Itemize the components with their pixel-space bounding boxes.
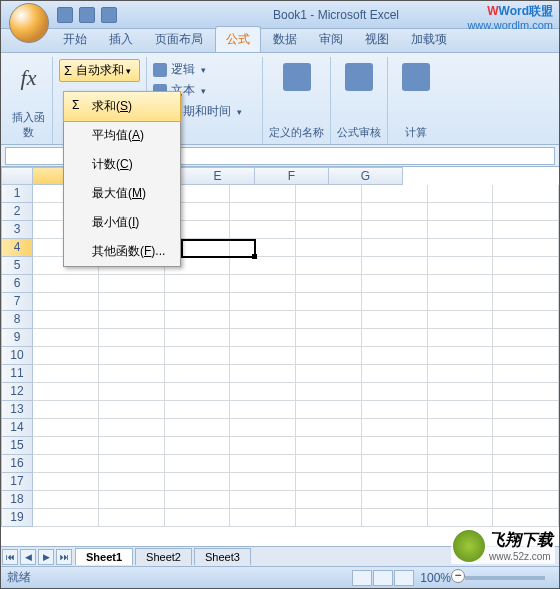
cell[interactable] — [99, 491, 165, 509]
col-header-G[interactable]: G — [329, 167, 403, 185]
cell[interactable] — [296, 419, 362, 437]
cell[interactable] — [165, 509, 231, 527]
row-header-7[interactable]: 7 — [1, 293, 33, 311]
cell[interactable] — [165, 365, 231, 383]
menu-item[interactable]: 平均值(A) — [64, 121, 180, 150]
cell[interactable] — [165, 491, 231, 509]
tab-插入[interactable]: 插入 — [99, 27, 143, 52]
cell[interactable] — [296, 275, 362, 293]
cell[interactable] — [296, 509, 362, 527]
cell[interactable] — [33, 509, 99, 527]
cell[interactable] — [165, 437, 231, 455]
cell[interactable] — [230, 491, 296, 509]
row-header-14[interactable]: 14 — [1, 419, 33, 437]
cell[interactable] — [428, 383, 494, 401]
redo-icon[interactable] — [101, 7, 117, 23]
cell[interactable] — [493, 401, 559, 419]
tab-加载项[interactable]: 加载项 — [401, 27, 457, 52]
nav-first[interactable]: ⏮ — [2, 549, 18, 565]
tab-页面布局[interactable]: 页面布局 — [145, 27, 213, 52]
nav-next[interactable]: ▶ — [38, 549, 54, 565]
cell[interactable] — [493, 293, 559, 311]
cell[interactable] — [33, 311, 99, 329]
zoom-level[interactable]: 100% — [420, 571, 451, 585]
sheet-tab-Sheet2[interactable]: Sheet2 — [135, 548, 192, 565]
calculation-button[interactable] — [394, 59, 438, 97]
cell[interactable] — [296, 491, 362, 509]
cell[interactable] — [99, 293, 165, 311]
col-header-E[interactable]: E — [181, 167, 255, 185]
row-header-1[interactable]: 1 — [1, 185, 33, 203]
view-pagebreak[interactable] — [394, 570, 414, 586]
cell[interactable] — [296, 473, 362, 491]
cell[interactable] — [165, 401, 231, 419]
row-header-11[interactable]: 11 — [1, 365, 33, 383]
cell[interactable] — [296, 365, 362, 383]
cell[interactable] — [428, 203, 494, 221]
cell[interactable] — [362, 203, 428, 221]
cell[interactable] — [33, 419, 99, 437]
cell[interactable] — [99, 383, 165, 401]
row-header-13[interactable]: 13 — [1, 401, 33, 419]
cell[interactable] — [362, 293, 428, 311]
cell[interactable] — [493, 419, 559, 437]
cell[interactable] — [296, 239, 362, 257]
cell[interactable] — [493, 329, 559, 347]
cell[interactable] — [362, 491, 428, 509]
cell[interactable] — [230, 437, 296, 455]
menu-item[interactable]: 最小值(I) — [64, 208, 180, 237]
cell[interactable] — [362, 311, 428, 329]
tab-开始[interactable]: 开始 — [53, 27, 97, 52]
autosum-button[interactable]: Σ 自动求和 ▾ — [59, 59, 140, 82]
row-header-4[interactable]: 4 — [1, 239, 33, 257]
cell[interactable] — [99, 437, 165, 455]
cell[interactable] — [230, 311, 296, 329]
cell[interactable] — [493, 437, 559, 455]
cell[interactable] — [428, 401, 494, 419]
cell[interactable] — [296, 383, 362, 401]
row-header-17[interactable]: 17 — [1, 473, 33, 491]
cell[interactable] — [362, 401, 428, 419]
cell[interactable] — [165, 329, 231, 347]
chevron-down-icon[interactable]: ▾ — [126, 66, 131, 76]
cell[interactable] — [230, 419, 296, 437]
cell[interactable] — [230, 455, 296, 473]
cell[interactable] — [493, 311, 559, 329]
cell[interactable] — [493, 473, 559, 491]
cell[interactable] — [33, 275, 99, 293]
row-header-15[interactable]: 15 — [1, 437, 33, 455]
undo-icon[interactable] — [79, 7, 95, 23]
cell[interactable] — [493, 257, 559, 275]
row-header-6[interactable]: 6 — [1, 275, 33, 293]
cell[interactable] — [428, 311, 494, 329]
cell[interactable] — [99, 311, 165, 329]
cell[interactable] — [428, 185, 494, 203]
row-header-10[interactable]: 10 — [1, 347, 33, 365]
cell[interactable] — [362, 185, 428, 203]
cell[interactable] — [362, 329, 428, 347]
menu-item[interactable]: 最大值(M) — [64, 179, 180, 208]
cell[interactable] — [165, 419, 231, 437]
menu-item[interactable]: 求和(S) — [63, 91, 181, 122]
tab-审阅[interactable]: 审阅 — [309, 27, 353, 52]
cell[interactable] — [428, 455, 494, 473]
formula-audit-button[interactable] — [337, 59, 381, 97]
logic-button[interactable]: 逻辑▾ — [153, 59, 256, 80]
cell[interactable] — [296, 329, 362, 347]
cell[interactable] — [296, 455, 362, 473]
cell[interactable] — [493, 185, 559, 203]
cell[interactable] — [493, 509, 559, 527]
cell[interactable] — [296, 347, 362, 365]
cell[interactable] — [296, 437, 362, 455]
fx-icon[interactable]: fx — [17, 59, 41, 97]
tab-公式[interactable]: 公式 — [215, 26, 261, 52]
row-header-5[interactable]: 5 — [1, 257, 33, 275]
cell[interactable] — [428, 329, 494, 347]
office-button[interactable] — [9, 3, 49, 43]
col-header-F[interactable]: F — [255, 167, 329, 185]
row-header-3[interactable]: 3 — [1, 221, 33, 239]
cell[interactable] — [362, 509, 428, 527]
cell[interactable] — [33, 365, 99, 383]
cell[interactable] — [230, 365, 296, 383]
formula-input[interactable] — [130, 147, 555, 165]
